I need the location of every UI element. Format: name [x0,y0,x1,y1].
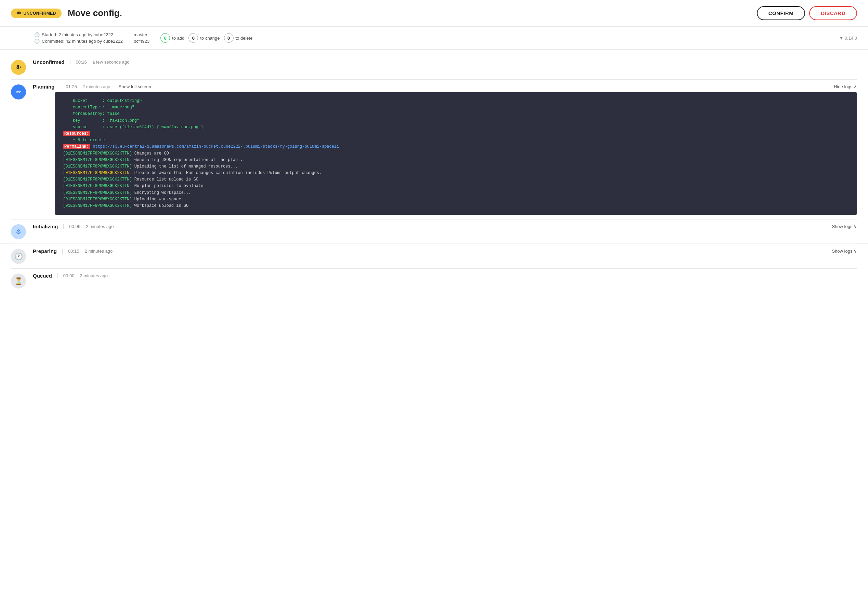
log-line: bucket : output<string> [63,98,849,104]
unconfirmed-name: Unconfirmed [33,59,65,65]
preparing-header: Preparing 00:15 2 minutes ago Show logs … [33,248,857,254]
step-unconfirmed: 👁 Unconfirmed 00:16 a few seconds ago [0,55,868,79]
unconfirmed-header: Unconfirmed 00:16 a few seconds ago [33,59,857,65]
queued-duration: 00:00 [57,273,75,278]
timeline: 👁 Unconfirmed 00:16 a few seconds ago ✏ … [0,50,868,298]
log-line: forceDestroy: false [63,111,849,117]
planning-duration: 01:25 [60,84,77,89]
clock2-icon: 🕑 [34,39,40,44]
page-title: Move config. [68,8,757,19]
preparing-content: Preparing 00:15 2 minutes ago Show logs … [33,248,857,254]
meta-timestamps: 🕐 Started: 2 minutes ago by cube2222 🕑 C… [34,32,123,44]
initializing-duration: 00:06 [63,224,80,229]
hide-logs-button[interactable]: Hide logs ∧ [834,84,857,89]
started-text: 🕐 Started: 2 minutes ago by cube2222 [34,32,123,37]
step-initializing: ⚙ Initializing 00:06 2 minutes ago Show … [0,220,868,244]
log-line: [01ES8NBM17PF8P0W8XGCK2KTTN] Workspace u… [63,203,849,209]
initializing-header: Initializing 00:06 2 minutes ago Show lo… [33,223,857,229]
badge-label: UNCONFIRMED [23,11,56,16]
change-count-pill: 0 [188,33,198,43]
unconfirmed-duration: 00:16 [70,59,87,65]
meta-counts: 8 to add 0 to change 0 to delete [160,33,252,43]
queued-icon: ⏳ [11,273,26,288]
log-line: [01ES8NBM17PF8P0W8XGCK2KTTN] Please be a… [63,170,849,177]
initializing-show-logs-button[interactable]: Show logs ∨ [832,224,857,229]
clock-icon: 🕐 [34,32,40,37]
preparing-duration: 00:15 [62,248,79,254]
add-label: to add [172,36,184,41]
unconfirmed-badge: 👁 UNCONFIRMED [11,9,62,18]
header-actions: CONFIRM DISCARD [757,6,857,20]
commit-hash: bcf4923 [134,39,149,44]
confirm-button[interactable]: CONFIRM [757,6,806,20]
planning-name: Planning [33,84,54,90]
discard-button[interactable]: DISCARD [809,6,857,20]
log-line: Resources: [63,130,849,137]
initializing-time: 2 minutes ago [86,224,114,229]
delete-label: to delete [236,36,253,41]
planning-log-panel: bucket : output<string> contentType : "i… [55,92,857,215]
show-full-screen-button[interactable]: Show full screen [119,84,151,89]
delete-count: 0 to delete [224,33,253,43]
eye-icon: 👁 [16,11,22,16]
unconfirmed-time: a few seconds ago [92,59,129,65]
log-line: contentType : "image/png" [63,104,849,111]
preparing-icon: 🕐 [11,249,26,264]
delete-count-pill: 0 [224,33,234,43]
planning-time: 2 minutes ago [82,84,110,89]
change-label: to change [200,36,220,41]
meta-version: ▼ 0.14.0 [839,36,857,41]
queued-time: 2 minutes ago [80,273,108,278]
log-line: [01ES8NBM17PF8P0W8XGCK2KTTN] Generating … [63,157,849,163]
step-queued: ⏳ Queued 00:00 2 minutes ago [0,269,868,293]
log-line: [01ES8NBM17PF8P0W8XGCK2KTTN] Resource li… [63,177,849,183]
preparing-show-logs-button[interactable]: Show logs ∨ [832,248,857,254]
initializing-content: Initializing 00:06 2 minutes ago Show lo… [33,223,857,229]
log-line: key : "favicon.png" [63,118,849,124]
step-planning: ✏ Planning 01:25 2 minutes ago Show full… [0,80,868,219]
log-line: [01ES8NBM17PF8P0W8XGCK2KTTN] Encrypting … [63,190,849,196]
step-preparing: 🕐 Preparing 00:15 2 minutes ago Show log… [0,244,868,268]
planning-header: Planning 01:25 2 minutes ago Show full s… [33,84,857,90]
planning-content: Planning 01:25 2 minutes ago Show full s… [33,84,857,215]
log-line: [01ES8NBM17PF8P0W8XGCK2KTTN] Uploading w… [63,196,849,203]
add-count-pill: 8 [160,33,170,43]
preparing-time: 2 minutes ago [85,248,113,254]
planning-icon: ✏ [11,84,26,99]
header: 👁 UNCONFIRMED Move config. CONFIRM DISCA… [0,0,868,27]
branch-name: master [134,32,149,37]
unconfirmed-icon: 👁 [11,60,26,75]
change-count: 0 to change [188,33,220,43]
log-line: [01ES8NBM17PF8P0W8XGCK2KTTN] Changes are… [63,150,849,157]
queued-header: Queued 00:00 2 minutes ago [33,273,857,279]
meta-bar: 🕐 Started: 2 minutes ago by cube2222 🕑 C… [0,27,868,50]
log-line: [01ES8NBM17PF8P0W8XGCK2KTTN] No plan pol… [63,183,849,189]
add-count: 8 to add [160,33,184,43]
meta-branch: master bcf4923 [134,32,149,44]
log-line: Permalink: https://s3.eu-central-1.amazo… [63,144,849,150]
committed-text: 🕑 Committed: 42 minutes ago by cube2222 [34,39,123,44]
queued-content: Queued 00:00 2 minutes ago [33,273,857,279]
initializing-name: Initializing [33,223,58,229]
unconfirmed-content: Unconfirmed 00:16 a few seconds ago [33,59,857,65]
initializing-icon: ⚙ [11,224,26,239]
log-line: + 5 to create [63,137,849,144]
preparing-name: Preparing [33,248,57,254]
log-line: source : asset(file:ac6f4d7) { www/favic… [63,124,849,130]
log-line: [01ES8NBM17PF8P0W8XGCK2KTTN] Uploading t… [63,163,849,170]
queued-name: Queued [33,273,52,279]
